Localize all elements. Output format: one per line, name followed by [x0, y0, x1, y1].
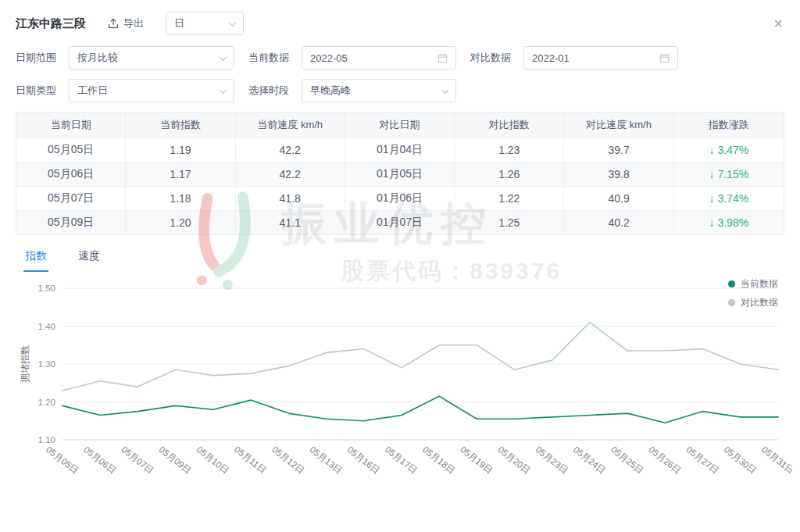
table-row: 05月05日1.1942.201月04日1.2339.7↓ 3.47% — [16, 137, 784, 162]
svg-text:05月12日: 05月12日 — [270, 445, 306, 475]
close-icon[interactable]: × — [773, 16, 783, 31]
svg-text:1.50: 1.50 — [38, 284, 55, 293]
legend-label: 对比数据 — [741, 296, 778, 309]
compare-month-value: 2022-01 — [532, 52, 570, 64]
table-cell: 1.20 — [126, 210, 235, 234]
svg-text:05月06日: 05月06日 — [82, 445, 118, 475]
chevron-down-icon — [441, 86, 449, 94]
table-cell: 42.2 — [236, 162, 345, 186]
svg-text:05月24日: 05月24日 — [572, 445, 608, 475]
svg-text:1.20: 1.20 — [38, 398, 55, 407]
chart-legend: 当前数据对比数据 — [728, 277, 778, 309]
current-month-value: 2022-05 — [310, 52, 348, 64]
legend-label: 当前数据 — [741, 277, 778, 291]
time-period-select[interactable]: 早晚高峰 — [302, 79, 456, 102]
chevron-down-icon — [220, 53, 227, 61]
table-cell: 39.7 — [564, 137, 673, 162]
table-row: 05月06日1.1742.201月05日1.2639.8↓ 7.15% — [16, 162, 784, 186]
calendar-icon — [438, 53, 448, 63]
chart-tabs: 指数 速度 — [23, 246, 784, 273]
index-line-chart: 1.101.201.301.401.5005月05日05月06日05月07日05… — [8, 276, 792, 499]
column-header: 当前速度 km/h — [236, 112, 345, 137]
calendar-icon — [659, 53, 670, 63]
table-cell: 42.2 — [236, 137, 345, 162]
table-cell: 1.25 — [455, 210, 564, 234]
table-cell: 1.22 — [455, 186, 564, 210]
column-header: 当前指数 — [126, 112, 235, 137]
svg-text:1.30: 1.30 — [38, 359, 55, 369]
column-header: 对比速度 km/h — [564, 112, 673, 137]
time-period-label: 选择时段 — [248, 84, 295, 98]
table-cell: 01月05日 — [345, 162, 455, 186]
current-month-picker[interactable]: 2022-05 — [302, 46, 456, 70]
column-header: 指数涨跌 — [674, 112, 784, 137]
svg-text:拥堵指数: 拥堵指数 — [20, 345, 30, 383]
export-label: 导出 — [123, 16, 144, 30]
chart-area: 当前数据对比数据 1.101.201.301.401.5005月05日05月06… — [8, 276, 792, 502]
date-range-select[interactable]: 按月比较 — [69, 46, 234, 70]
table-cell: ↓ 3.74% — [674, 186, 784, 210]
column-header: 对比日期 — [345, 112, 455, 137]
table-cell: 40.9 — [564, 186, 673, 210]
current-data-label: 当前数据 — [248, 51, 295, 65]
tab-index[interactable]: 指数 — [23, 246, 48, 272]
table-cell: 39.8 — [564, 162, 673, 186]
comparison-table: 当前日期 当前指数 当前速度 km/h 对比日期 对比指数 对比速度 km/h … — [16, 112, 784, 235]
date-type-select[interactable]: 工作日 — [69, 79, 234, 102]
svg-text:05月10日: 05月10日 — [195, 445, 231, 475]
svg-text:05月05日: 05月05日 — [45, 445, 80, 475]
legend-item[interactable]: 对比数据 — [728, 296, 778, 309]
table-cell: 01月06日 — [345, 186, 455, 210]
svg-text:05月26日: 05月26日 — [647, 445, 683, 475]
table-cell: ↓ 3.98% — [674, 210, 784, 234]
svg-text:05月27日: 05月27日 — [684, 445, 720, 475]
table-row: 05月09日1.2041.101月07日1.2540.2↓ 3.98% — [16, 210, 784, 234]
legend-item[interactable]: 当前数据 — [728, 277, 778, 291]
svg-text:05月25日: 05月25日 — [609, 445, 645, 475]
date-range-label: 日期范围 — [16, 51, 62, 65]
tab-speed[interactable]: 速度 — [77, 246, 102, 272]
page-title: 江东中路三段 — [16, 16, 86, 31]
legend-dot — [728, 299, 735, 306]
legend-dot — [728, 280, 735, 287]
table-header-row: 当前日期 当前指数 当前速度 km/h 对比日期 对比指数 对比速度 km/h … — [16, 112, 784, 137]
table-cell: 41.1 — [236, 210, 345, 234]
svg-text:05月30日: 05月30日 — [723, 445, 759, 475]
table-cell: 05月06日 — [16, 162, 126, 186]
svg-text:1.40: 1.40 — [38, 322, 55, 331]
compare-data-label: 对比数据 — [470, 51, 517, 65]
chevron-down-icon — [220, 86, 227, 94]
svg-text:05月07日: 05月07日 — [120, 445, 155, 475]
table-cell: 05月07日 — [16, 186, 126, 210]
date-type-value: 工作日 — [77, 84, 108, 98]
compare-month-picker[interactable]: 2022-01 — [523, 46, 678, 70]
svg-text:05月23日: 05月23日 — [534, 445, 570, 475]
filter-panel: 日期范围 按月比较 当前数据 2022-05 对比数据 2022-01 日期类型… — [16, 46, 784, 102]
table-cell: 05月05日 — [16, 137, 126, 162]
svg-text:05月13日: 05月13日 — [308, 445, 344, 475]
table-cell: 1.17 — [126, 162, 235, 186]
export-button[interactable]: 导出 — [108, 16, 144, 30]
svg-text:05月18日: 05月18日 — [421, 445, 457, 475]
table-cell: 1.18 — [126, 186, 235, 210]
table-cell: 1.23 — [455, 137, 564, 162]
date-type-label: 日期类型 — [16, 84, 62, 98]
svg-text:05月20日: 05月20日 — [496, 445, 532, 475]
svg-text:05月19日: 05月19日 — [459, 445, 495, 475]
column-header: 对比指数 — [455, 112, 564, 137]
filter-row-2: 日期类型 工作日 选择时段 早晚高峰 — [16, 79, 784, 102]
table-row: 05月07日1.1841.801月06日1.2240.9↓ 3.74% — [16, 186, 784, 210]
table-cell: 41.8 — [236, 186, 345, 210]
svg-text:05月17日: 05月17日 — [384, 445, 420, 475]
granularity-select[interactable]: 日 — [166, 12, 244, 35]
table-cell: ↓ 3.47% — [674, 137, 784, 162]
table-cell: ↓ 7.15% — [674, 162, 784, 186]
svg-text:05月16日: 05月16日 — [345, 445, 381, 475]
filter-row-1: 日期范围 按月比较 当前数据 2022-05 对比数据 2022-01 — [16, 46, 784, 70]
table-cell: 1.19 — [126, 137, 235, 162]
svg-text:1.10: 1.10 — [38, 435, 55, 445]
time-period-value: 早晚高峰 — [310, 84, 351, 98]
header: 江东中路三段 导出 日 × — [0, 0, 800, 41]
column-header: 当前日期 — [16, 112, 126, 137]
table-cell: 01月04日 — [345, 137, 455, 162]
